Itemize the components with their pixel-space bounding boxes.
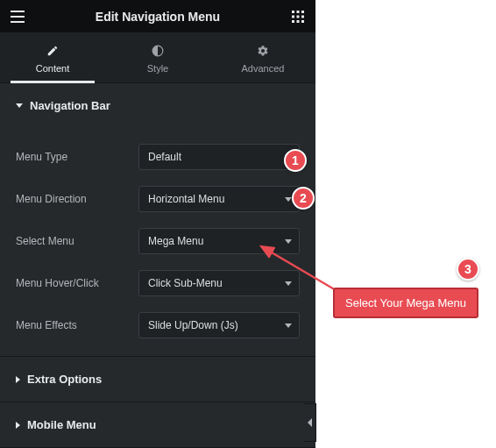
chevron-down-icon [285, 324, 292, 328]
select-value: Slide Up/Down (Js) [148, 319, 238, 331]
select-value: Default [148, 151, 181, 163]
section-header-mobile[interactable]: Mobile Menu [0, 402, 315, 447]
select-value: Click Sub-Menu [148, 277, 223, 289]
select-value: Mega Menu [148, 235, 203, 247]
section-header-extra[interactable]: Extra Options [0, 357, 315, 402]
chevron-left-icon [308, 418, 312, 427]
svg-rect-3 [292, 11, 294, 13]
svg-rect-4 [297, 11, 300, 13]
svg-rect-9 [292, 20, 294, 23]
chevron-right-icon [16, 376, 20, 383]
field-label: Menu Hover/Click [16, 277, 138, 289]
svg-rect-11 [301, 20, 304, 23]
tab-bar: Content Style Advanced [0, 32, 315, 83]
pencil-icon [46, 45, 59, 59]
half-circle-icon [152, 45, 164, 59]
section-mobile-menu: Mobile Menu [0, 402, 315, 448]
section-title: Navigation Bar [30, 99, 110, 112]
chevron-down-icon [16, 103, 23, 108]
annotation-callout: Select Your Mega Menu [333, 288, 478, 318]
annotation-badge-1: 1 [284, 149, 307, 172]
select-value: Horizontal Menu [148, 193, 224, 205]
field-label: Menu Type [16, 151, 138, 163]
select-menu-effects[interactable]: Slide Up/Down (Js) [138, 312, 300, 338]
section-title: Mobile Menu [27, 418, 96, 431]
svg-rect-2 [11, 21, 25, 23]
field-label: Menu Direction [16, 193, 138, 205]
field-select-menu: Select Menu Mega Menu [16, 228, 300, 254]
section-header-navbar[interactable]: Navigation Bar [0, 83, 315, 128]
panel-header: Edit Navigation Menu [0, 0, 315, 32]
hamburger-icon[interactable] [9, 8, 26, 25]
tab-label: Advanced [242, 63, 285, 74]
svg-rect-7 [297, 15, 300, 18]
svg-rect-10 [297, 20, 300, 23]
field-menu-direction: Menu Direction Horizontal Menu [16, 186, 300, 212]
field-menu-type: Menu Type Default [16, 144, 300, 170]
select-menu-type[interactable]: Default [138, 144, 300, 170]
panel-title: Edit Navigation Menu [26, 10, 289, 24]
tab-label: Style [147, 63, 168, 74]
field-label: Select Menu [16, 235, 138, 247]
chevron-down-icon [285, 197, 292, 202]
select-hover-click[interactable]: Click Sub-Menu [138, 270, 300, 296]
field-label: Menu Effects [16, 319, 138, 331]
chevron-down-icon [285, 239, 292, 244]
annotation-badge-2: 2 [292, 187, 315, 210]
gear-icon [257, 45, 269, 59]
svg-rect-1 [11, 16, 25, 18]
svg-rect-0 [11, 11, 25, 12]
svg-rect-5 [301, 11, 304, 13]
tab-label: Content [36, 63, 70, 74]
tab-content[interactable]: Content [0, 32, 105, 82]
section-extra-options: Extra Options [0, 357, 315, 402]
section-navigation-bar: Navigation Bar Menu Type Default Menu Di… [0, 83, 315, 357]
panel-collapse-handle[interactable] [304, 403, 316, 442]
chevron-down-icon [285, 281, 292, 286]
section-title: Extra Options [27, 373, 102, 386]
annotation-badge-3: 3 [457, 258, 479, 281]
editor-panel: Edit Navigation Menu Content Style [0, 0, 315, 448]
chevron-right-icon [16, 422, 20, 429]
field-menu-effects: Menu Effects Slide Up/Down (Js) [16, 312, 300, 338]
tab-style[interactable]: Style [105, 32, 210, 82]
select-menu-direction[interactable]: Horizontal Menu [138, 186, 300, 212]
select-select-menu[interactable]: Mega Menu [138, 228, 300, 254]
apps-grid-icon[interactable] [289, 8, 307, 25]
svg-rect-6 [292, 15, 294, 18]
svg-rect-8 [301, 15, 304, 18]
field-hover-click: Menu Hover/Click Click Sub-Menu [16, 270, 300, 296]
tab-advanced[interactable]: Advanced [210, 32, 315, 82]
